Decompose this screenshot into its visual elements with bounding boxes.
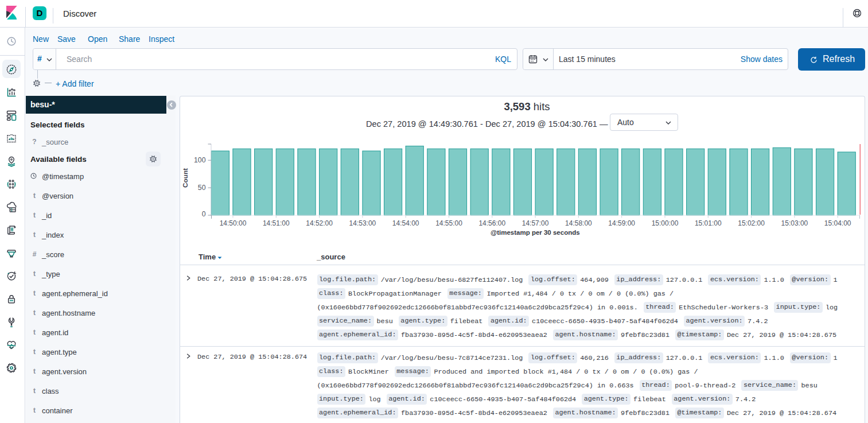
svg-text:50: 50 — [198, 184, 206, 192]
svg-text:@timestamp per 30 seconds: @timestamp per 30 seconds — [491, 229, 580, 236]
svg-text:14:58:00: 14:58:00 — [565, 219, 592, 227]
svg-text:14:57:00: 14:57:00 — [522, 219, 549, 227]
svg-text:15:00:00: 15:00:00 — [652, 219, 679, 227]
svg-text:14:59:00: 14:59:00 — [608, 219, 635, 227]
svg-text:14:51:00: 14:51:00 — [263, 219, 290, 227]
svg-text:15:01:00: 15:01:00 — [695, 219, 722, 227]
svg-text:15:03:00: 15:03:00 — [781, 219, 808, 227]
svg-text:0: 0 — [202, 210, 206, 218]
svg-text:14:56:00: 14:56:00 — [478, 219, 505, 227]
svg-text:14:55:00: 14:55:00 — [435, 219, 462, 227]
svg-text:14:52:00: 14:52:00 — [306, 219, 333, 227]
svg-text:14:54:00: 14:54:00 — [392, 219, 419, 227]
svg-text:14:50:00: 14:50:00 — [220, 219, 247, 227]
svg-text:Count: Count — [181, 168, 189, 188]
svg-text:14:53:00: 14:53:00 — [349, 219, 376, 227]
svg-text:15:02:00: 15:02:00 — [738, 219, 765, 227]
svg-text:100: 100 — [194, 156, 206, 164]
svg-text:15:04:00: 15:04:00 — [824, 219, 851, 227]
